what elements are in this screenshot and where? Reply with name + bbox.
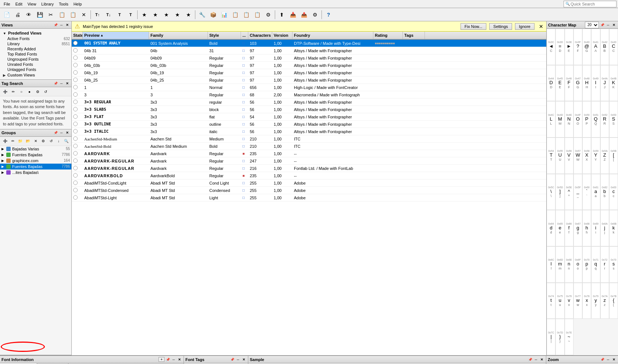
char-cell[interactable]: 0x41 A A (591, 29, 600, 65)
char-cell[interactable]: 0x59 Y Y (591, 138, 600, 174)
toolbar-font1[interactable]: T (114, 10, 125, 20)
table-row[interactable]: 3×3 REGULAR 3x3 regular □ 56 1,00 Altsys… (72, 99, 546, 106)
toolbar-preview[interactable]: 👁 (24, 10, 34, 20)
toolbar-import[interactable]: 📥 (288, 10, 298, 20)
table-row[interactable]: 04b09 04b09 Regular □ 97 1,00 Altsys / M… (72, 54, 546, 62)
row-radio[interactable] (73, 158, 78, 163)
char-cell[interactable]: 0x71 q q (591, 246, 600, 283)
char-cell[interactable]: 0x64 d d (547, 210, 555, 246)
groups-search-btn[interactable]: 🔍 (63, 138, 70, 145)
char-cell[interactable]: 0x7B { { (609, 283, 618, 319)
toolbar-copy[interactable]: 📋 (57, 10, 67, 20)
row-radio[interactable] (73, 78, 78, 82)
toolbar-star3[interactable]: ★ (161, 10, 171, 20)
row-radio[interactable] (73, 100, 78, 104)
predefined-expand-arrow[interactable]: ▼ (3, 32, 6, 35)
sample-minimize-icon[interactable]: ─ (533, 357, 539, 362)
group-expand-1[interactable]: ▶ (1, 147, 4, 151)
th-tags[interactable]: Tags (403, 32, 425, 39)
custom-views-expand[interactable]: ▶ (3, 74, 6, 77)
toolbar-config[interactable]: ⚙ (263, 10, 273, 20)
char-cell[interactable]: 0x3C ◄ C (547, 29, 555, 65)
toolbar-font2[interactable]: T (125, 10, 136, 20)
char-cell[interactable]: 0x57 W W (573, 138, 582, 174)
groups-edit-btn[interactable]: ✏ (9, 138, 17, 145)
table-row[interactable]: 3×3 ITALIC 3x3 italic □ 56 1,00 Altsys /… (72, 128, 546, 135)
char-cell[interactable]: 0x7E ~ ~ (565, 319, 573, 355)
char-cell[interactable]: 0x72 r r (600, 246, 609, 283)
toolbar-star5[interactable]: ★ (183, 10, 193, 20)
char-cell[interactable]: 0x46 F F (565, 65, 573, 101)
table-row[interactable]: AbadiMTStd-CondLight Abadi MT Std Cond L… (72, 179, 546, 187)
char-cell[interactable]: 0x7A z z (600, 283, 609, 319)
toolbar-upload[interactable]: ⬆ (277, 10, 287, 20)
char-cell[interactable]: 0x48 H H (582, 65, 591, 101)
char-cell[interactable]: 0x53 S S (609, 101, 618, 138)
char-cell[interactable]: 0x49 I I (591, 65, 600, 101)
zoom-close-icon[interactable]: ✕ (611, 357, 617, 362)
char-cell[interactable]: 0x5A Z Z (600, 138, 609, 174)
char-cell[interactable]: 0x60 ` ` (582, 174, 591, 210)
row-radio[interactable] (73, 129, 78, 133)
toolbar-print[interactable]: 🖨 (13, 10, 23, 20)
tag-pin-icon[interactable]: 📌 (53, 81, 58, 86)
sidebar-item-recently-added[interactable]: Recently Added (0, 46, 71, 51)
char-cell[interactable]: 0x52 R R (600, 101, 609, 138)
char-cell[interactable]: 0x63 c c (609, 174, 618, 210)
views-close-icon[interactable]: ✕ (65, 22, 70, 28)
sidebar-item-unrated[interactable]: Unrated Fonts (0, 62, 71, 67)
char-cell[interactable]: 0x5B [ [ (609, 138, 618, 174)
char-cell[interactable]: 0x66 f f (565, 210, 573, 246)
char-cell[interactable]: 0x76 v v (565, 283, 573, 319)
row-radio[interactable] (73, 195, 78, 200)
groups-pin-icon[interactable]: 📌 (53, 130, 58, 135)
char-cell[interactable]: 0x77 w w (573, 283, 582, 319)
group-item-fuentes-bajadas-1[interactable]: ▶ Fuentes Bajadas 7786 (0, 152, 71, 158)
group-expand-4[interactable]: ▶ (1, 165, 4, 168)
char-cell[interactable]: 0x6F o o (573, 246, 582, 283)
font-tags-pin-icon[interactable]: 📌 (230, 357, 235, 362)
alert-settings-btn[interactable]: Settings (489, 23, 512, 30)
table-row[interactable]: 3×3 SLABS 3x3 block □ 56 1,00 Altsys / M… (72, 106, 546, 113)
groups-unfolder-btn[interactable]: 📂 (24, 138, 32, 145)
char-cell[interactable]: 0x78 x x (582, 283, 591, 319)
char-cell[interactable]: 0x6E n n (565, 246, 573, 283)
table-row[interactable]: 1 1 Normal □ 656 1,00 High-Logic / Made … (72, 84, 546, 91)
row-radio[interactable] (73, 144, 78, 148)
toolbar-font-up[interactable]: T↑ (92, 10, 103, 20)
th-dots[interactable]: ... (241, 32, 248, 39)
font-tags-close-icon[interactable]: ✕ (241, 357, 246, 362)
sidebar-item-untagged[interactable]: Untagged Fonts (0, 67, 71, 72)
sidebar-item-active-fonts[interactable]: Active Fonts 632 (0, 36, 71, 41)
views-pin-icon[interactable]: 📌 (53, 22, 58, 28)
char-cell[interactable]: 0x4D M M (555, 101, 564, 138)
th-rating[interactable]: Rating (373, 32, 403, 39)
char-cell[interactable]: 0x50 P P (582, 101, 591, 138)
char-cell[interactable]: 0x5C \ \ (547, 174, 555, 210)
char-cell[interactable]: 0x56 V V (565, 138, 573, 174)
th-family[interactable]: Family (149, 32, 208, 39)
quick-search-input[interactable] (571, 2, 615, 6)
group-item-extra[interactable]: ▶ ...ites Bajadas\ (0, 169, 71, 175)
char-cell[interactable]: 0x79 y y (591, 283, 600, 319)
toolbar-chart[interactable]: 📊 (219, 10, 229, 20)
char-cell[interactable]: 0x45 E E (555, 65, 564, 101)
sidebar-item-custom-views[interactable]: ▶ Custom Views (0, 72, 71, 78)
th-version[interactable]: Version (272, 32, 292, 39)
toolbar-options[interactable]: ⚙ (310, 10, 320, 20)
char-cell[interactable]: 0x4C L L (547, 101, 555, 138)
sidebar-item-top-rated[interactable]: Top Rated Fonts (0, 51, 71, 57)
char-cell[interactable]: 0x74 t t (547, 283, 555, 319)
tag-arrow-btn[interactable]: ↺ (42, 88, 49, 95)
group-expand-2[interactable]: ▶ (1, 153, 4, 157)
char-cell[interactable]: 0x51 Q Q (591, 101, 600, 138)
groups-settings-btn[interactable]: ⚙ (40, 138, 47, 145)
table-row[interactable]: 04b_03b 04b_03b Regular □ 97 1,00 Altsys… (72, 62, 546, 69)
char-cell[interactable]: 0x42 B B (600, 29, 609, 65)
groups-delete-btn[interactable]: ✕ (32, 138, 39, 145)
table-row[interactable]: AARDVARKBOLD AardvarkBold Regular ■ 235 … (72, 172, 546, 179)
menu-library[interactable]: Library (39, 1, 56, 7)
group-item-fuentes-bajadas-2[interactable]: ▶ Fuentes Bajadas 7786 (0, 164, 71, 169)
font-info-close-icon[interactable]: ✕ (177, 357, 182, 362)
row-radio[interactable] (73, 181, 78, 185)
